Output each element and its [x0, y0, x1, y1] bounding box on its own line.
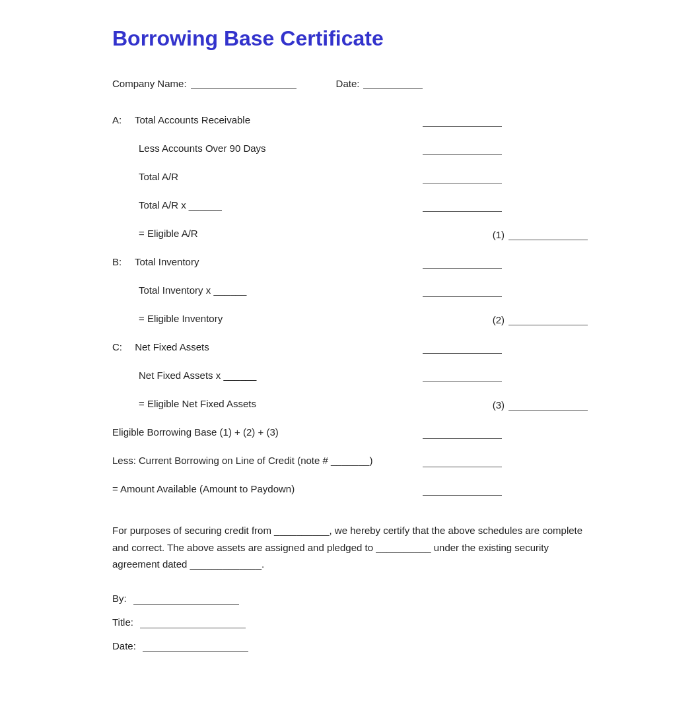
letter-b: B: [112, 255, 132, 269]
ebb-row: Eligible Borrowing Base (1) + (2) + (3) [112, 425, 588, 439]
ebb-input[interactable] [423, 427, 502, 439]
less-accounts-input[interactable] [423, 143, 502, 155]
amount-available-row: = Amount Available (Amount to Paydown) [112, 482, 588, 496]
total-ar-x-underline[interactable] [423, 200, 502, 212]
letter-c: C: [112, 340, 132, 354]
sig-date-label: Date: [112, 640, 136, 651]
net-fixed-text: Net Fixed Assets [135, 341, 209, 352]
company-name-label: Company Name: [112, 78, 187, 89]
eligible-net-row: = Eligible Net Fixed Assets (3) [112, 397, 588, 411]
less-current-underline[interactable] [423, 455, 502, 467]
by-label: By: [112, 593, 127, 604]
less-accounts-underline[interactable] [423, 143, 502, 155]
eligible-inv-row: = Eligible Inventory (2) [112, 312, 588, 325]
section-a-label: A: Total Accounts Receivable [112, 113, 423, 127]
eligible-ar-num: (1) [485, 229, 505, 240]
net-fixed-input[interactable] [423, 342, 502, 354]
amount-available-underline[interactable] [423, 484, 502, 496]
page-title: Borrowing Base Certificate [112, 26, 588, 51]
total-inv-x-row: Total Inventory x ______ [112, 283, 588, 297]
less-accounts-row: Less Accounts Over 90 Days [112, 141, 588, 155]
less-current-label: Less: Current Borrowing on Line of Credi… [112, 453, 423, 467]
total-ar-2-input[interactable] [423, 172, 502, 183]
total-inv-input[interactable] [423, 257, 502, 269]
by-row: By: [112, 593, 588, 605]
total-ar-2-underline[interactable] [423, 172, 502, 183]
date-row: Date: [112, 640, 588, 652]
total-ar-x-label: Total A/R x ______ [112, 198, 423, 212]
signature-section: By: Title: Date: [112, 593, 588, 652]
section-a-total-ar-row: A: Total Accounts Receivable [112, 113, 588, 127]
amount-available-label: = Amount Available (Amount to Paydown) [112, 482, 423, 496]
less-current-row: Less: Current Borrowing on Line of Credi… [112, 453, 588, 467]
eligible-net-label: = Eligible Net Fixed Assets [112, 397, 412, 411]
total-ar-underline[interactable] [423, 115, 502, 127]
eligible-net-num: (3) [485, 399, 505, 411]
company-name-underline[interactable] [191, 77, 297, 89]
section-c-net-fixed-row: C: Net Fixed Assets [112, 340, 588, 354]
sig-date-underline[interactable] [143, 640, 248, 652]
total-inv-text: Total Inventory [135, 256, 199, 267]
net-fixed-x-underline[interactable] [423, 370, 502, 382]
total-inv-x-label: Total Inventory x ______ [112, 283, 423, 297]
date-underline[interactable] [363, 77, 423, 89]
net-fixed-underline[interactable] [423, 342, 502, 354]
total-ar-row: Total A/R [112, 170, 588, 183]
letter-a: A: [112, 113, 132, 127]
title-underline[interactable] [140, 616, 246, 628]
eligible-ar-row: = Eligible A/R (1) [112, 226, 588, 240]
less-current-input[interactable] [423, 455, 502, 467]
eligible-inv-num: (2) [485, 314, 505, 325]
ebb-underline[interactable] [423, 427, 502, 439]
certification-paragraph: For purposes of securing credit from ___… [112, 522, 588, 573]
title-row: Title: [112, 616, 588, 628]
total-inv-underline[interactable] [423, 257, 502, 269]
section-c-label: C: Net Fixed Assets [112, 340, 423, 354]
eligible-ar-underline[interactable] [508, 228, 588, 240]
total-ar-text: Total Accounts Receivable [135, 114, 250, 125]
amount-available-input[interactable] [423, 484, 502, 496]
title-label: Title: [112, 616, 133, 628]
net-fixed-x-row: Net Fixed Assets x ______ [112, 368, 588, 382]
by-underline[interactable] [133, 593, 239, 605]
total-inv-x-input[interactable] [423, 285, 502, 297]
section-b-label: B: Total Inventory [112, 255, 423, 269]
total-ar-input[interactable] [423, 115, 502, 127]
date-label: Date: [336, 78, 360, 89]
less-accounts-label: Less Accounts Over 90 Days [112, 141, 423, 155]
total-ar-x-input[interactable] [423, 200, 502, 212]
eligible-net-underline[interactable] [508, 399, 588, 411]
ebb-label: Eligible Borrowing Base (1) + (2) + (3) [112, 425, 423, 439]
eligible-ar-label: = Eligible A/R [112, 226, 412, 240]
total-ar-2-label: Total A/R [112, 170, 423, 183]
total-ar-x-row: Total A/R x ______ [112, 198, 588, 212]
section-b-total-inv-row: B: Total Inventory [112, 255, 588, 269]
eligible-inv-label: = Eligible Inventory [112, 312, 412, 325]
eligible-inv-underline[interactable] [508, 314, 588, 325]
header-row: Company Name: Date: [112, 77, 588, 89]
total-inv-x-underline[interactable] [423, 285, 502, 297]
net-fixed-x-input[interactable] [423, 370, 502, 382]
net-fixed-x-label: Net Fixed Assets x ______ [112, 368, 423, 382]
